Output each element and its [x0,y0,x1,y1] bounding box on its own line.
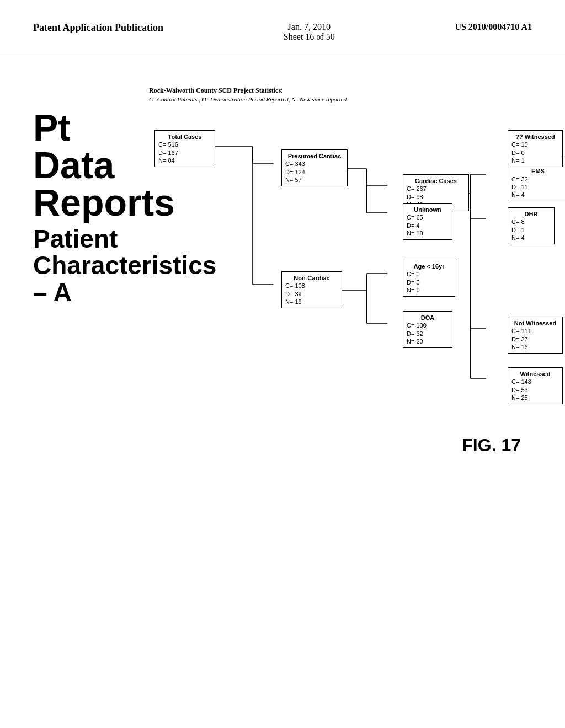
witnessed-q-title: ?? Witnessed [511,133,559,141]
flow-diagram: Total Cases C= 516 D= 167 N= 84 Presumed… [149,114,543,500]
total-cases-title: Total Cases [158,133,211,141]
doa-c: C= 130 [407,322,427,329]
not-witnessed-c: C= 111 [511,328,531,334]
witnessed-q-c: C= 10 [511,141,528,148]
age-lt-16-c: C= 0 [407,271,420,277]
witnessed-by-ems-d: D= 11 [511,184,528,190]
header-center: Jan. 7, 2010 Sheet 16 of 50 [284,22,335,42]
total-cases-n: N= 84 [158,157,175,164]
dhr-box: DHR C= 8 D= 1 N= 4 [508,207,555,244]
page-header: Patent Application Publication Jan. 7, 2… [0,0,565,53]
presumed-cardiac-n: N= 57 [285,176,302,183]
figure-label: FIG. 17 [462,435,521,456]
publication-date: Jan. 7, 2010 [288,22,331,32]
total-cases-box: Total Cases C= 516 D= 167 N= 84 [154,130,215,167]
publication-title: Patent Application Publication [33,22,163,34]
cardiac-cases-c: C= 267 [407,185,427,192]
unknown-c: C= 65 [407,214,423,221]
non-cardiac-d: D= 39 [285,291,302,297]
dhr-title: DHR [511,210,551,218]
dhr-d: D= 1 [511,227,525,233]
unknown-n: N= 18 [407,230,423,237]
patient-characteristics-title: Patient Characteristics – A [33,226,149,306]
unknown-d: D= 4 [407,222,420,229]
not-witnessed-box: Not Witnessed C= 111 D= 37 N= 16 [508,317,563,354]
non-cardiac-box: Non-Cardiac C= 108 D= 39 N= 19 [281,271,342,308]
witnessed-by-ems-c: C= 32 [511,176,528,183]
unknown-box: Unknown C= 65 D= 4 N= 18 [403,203,452,240]
witnessed-box: Witnessed C= 148 D= 53 N= 25 [508,367,563,404]
witnessed-q-n: N= 1 [511,157,525,164]
doa-n: N= 20 [407,338,423,345]
patent-number: US 2010/0004710 A1 [455,22,532,32]
legend-line1: Rock-Walworth County SCD Project Statist… [149,87,543,95]
cardiac-cases-d: D= 98 [407,194,423,200]
presumed-cardiac-c: C= 343 [285,160,305,167]
not-witnessed-d: D= 37 [511,336,528,342]
witnessed-by-ems-n: N= 4 [511,191,525,198]
doa-d: D= 32 [407,330,423,337]
witnessed-d: D= 53 [511,387,528,393]
diagram-section: Rock-Walworth County SCD Project Statist… [149,76,543,715]
age-lt-16-box: Age < 16yr C= 0 D= 0 N= 0 [403,260,455,297]
total-cases-d: D= 167 [158,149,178,156]
non-cardiac-n: N= 19 [285,298,302,305]
presumed-cardiac-d: D= 124 [285,169,305,175]
not-witnessed-title: Not Witnessed [511,319,559,327]
witnessed-title: Witnessed [511,370,559,378]
dhr-n: N= 4 [511,234,525,241]
age-lt-16-d: D= 0 [407,279,420,286]
pt-data-reports-title: Pt Data Reports [33,109,149,221]
non-cardiac-c: C= 108 [285,282,305,289]
not-witnessed-n: N= 16 [511,344,528,350]
presumed-cardiac-box: Presumed Cardiac C= 343 D= 124 N= 57 [281,149,348,186]
doa-title: DOA [407,314,449,322]
dhr-c: C= 8 [511,218,525,225]
witnessed-c: C= 148 [511,378,531,385]
title-section: Pt Data Reports Patient Characteristics … [22,76,149,715]
doa-box: DOA C= 130 D= 32 N= 20 [403,311,452,348]
age-lt-16-n: N= 0 [407,287,420,293]
unknown-title: Unknown [407,206,449,213]
age-lt-16-title: Age < 16yr [407,263,451,270]
cardiac-cases-title: Cardiac Cases [407,177,465,185]
legend-line2: C=Control Patients , D=Demonstration Per… [149,96,543,103]
witnessed-q-box: ?? Witnessed C= 10 D= 0 N= 1 [508,130,563,167]
witnessed-q-d: D= 0 [511,149,525,156]
main-content: Pt Data Reports Patient Characteristics … [0,53,565,726]
sheet-info: Sheet 16 of 50 [284,32,335,42]
witnessed-n: N= 25 [511,394,528,401]
presumed-cardiac-title: Presumed Cardiac [285,152,344,160]
total-cases-c: C= 516 [158,141,178,148]
non-cardiac-title: Non-Cardiac [285,274,338,282]
